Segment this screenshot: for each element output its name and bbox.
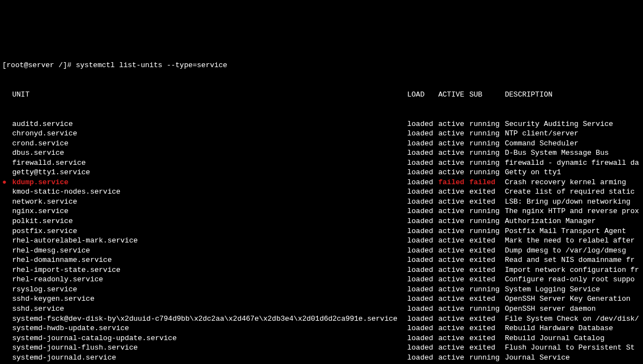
service-sub: running [469,285,505,295]
service-active: active [438,343,469,353]
service-load: loaded [407,323,438,333]
service-description: Import network configuration fr [505,265,641,275]
service-description: Dump dmesg to /var/log/dmesg [505,246,641,256]
bullet-spacer [2,158,8,168]
service-sub: running [469,304,505,314]
bullet-spacer [2,255,8,265]
service-unit: rsyslog.service [8,285,407,295]
command-line: [root@server /]# systemctl list-units --… [2,60,641,70]
service-description: Flush Journal to Persistent St [505,343,641,353]
service-sub: exited [469,294,505,304]
service-load: loaded [407,168,438,178]
service-unit: sshd-keygen.service [8,294,407,304]
service-list: auditd.serviceloadedactiverunningSecurit… [2,119,641,364]
failed-bullet-icon: ● [2,178,8,188]
service-active: active [438,236,469,246]
service-load: loaded [407,187,438,197]
header-load: LOAD [407,90,438,100]
service-unit: rhel-readonly.service [8,275,407,285]
bullet-spacer [2,168,8,178]
bullet-spacer [2,314,8,324]
service-description: Authorization Manager [505,216,641,226]
service-description: The nginx HTTP and reverse prox [505,206,641,216]
service-row: sshd-keygen.serviceloadedactiveexitedOpe… [2,294,641,304]
service-active: active [438,119,469,129]
service-unit: systemd-fsck@dev-disk-by\x2duuid-c794d9b… [8,314,407,324]
service-sub: running [469,119,505,129]
service-active: active [438,206,469,216]
service-load: loaded [407,246,438,256]
service-unit: dbus.service [8,148,407,158]
service-active: active [438,197,469,207]
terminal-output: [root@server /]# systemctl list-units --… [2,41,641,364]
service-description: firewalld - dynamic firewall da [505,158,641,168]
service-description: Crash recovery kernel arming [505,178,641,188]
service-unit: chronyd.service [8,129,407,139]
service-load: loaded [407,206,438,216]
service-unit: rhel-dmesg.service [8,246,407,256]
service-row: network.serviceloadedactiveexitedLSB: Br… [2,197,641,207]
service-row: auditd.serviceloadedactiverunningSecurit… [2,119,641,129]
service-load: loaded [407,178,438,188]
service-active: active [438,304,469,314]
service-unit: nginx.service [8,206,407,216]
bullet-spacer [2,323,8,333]
service-description: Command Scheduler [505,139,641,149]
service-description: OpenSSH Server Key Generation [505,294,641,304]
service-unit: sshd.service [8,304,407,314]
bullet-spacer [2,129,8,139]
bullet-spacer [2,206,8,216]
service-sub: running [469,226,505,236]
service-row: systemd-journal-flush.serviceloadedactiv… [2,343,641,353]
service-sub: failed [469,178,505,188]
service-description: OpenSSH server daemon [505,304,641,314]
service-row: systemd-fsck@dev-disk-by\x2duuid-c794d9b… [2,314,641,324]
service-load: loaded [407,255,438,265]
service-row: rhel-readonly.serviceloadedactiveexitedC… [2,275,641,285]
service-load: loaded [407,129,438,139]
service-load: loaded [407,236,438,246]
service-row: getty@tty1.serviceloadedactiverunningGet… [2,168,641,178]
table-header: UNIT LOAD ACTIVE SUB DESCRIPTION [2,90,641,100]
service-description: LSB: Bring up/down networking [505,197,641,207]
service-row: nginx.serviceloadedactiverunningThe ngin… [2,206,641,216]
service-load: loaded [407,343,438,353]
service-active: active [438,148,469,158]
service-active: active [438,294,469,304]
service-sub: running [469,168,505,178]
service-load: loaded [407,197,438,207]
service-unit: kdump.service [8,178,407,188]
service-unit: systemd-journald.service [8,353,407,363]
bullet-spacer [2,265,8,275]
service-unit: rhel-domainname.service [8,255,407,265]
service-active: active [438,139,469,149]
service-sub: exited [469,246,505,256]
service-unit: polkit.service [8,216,407,226]
service-active: active [438,226,469,236]
service-description: Rebuild Hardware Database [505,323,641,333]
service-unit: rhel-import-state.service [8,265,407,275]
service-description: Read and set NIS domainname fr [505,255,641,265]
service-unit: crond.service [8,139,407,149]
service-load: loaded [407,148,438,158]
service-sub: exited [469,343,505,353]
bullet-spacer [2,285,8,295]
service-description: Create list of required static [505,187,641,197]
service-unit: auditd.service [8,119,407,129]
service-row: kmod-static-nodes.serviceloadedactiveexi… [2,187,641,197]
service-active: failed [438,178,469,188]
bullet-spacer [2,148,8,158]
service-unit: systemd-journal-flush.service [8,343,407,353]
service-active: active [438,255,469,265]
service-load: loaded [407,158,438,168]
header-description: DESCRIPTION [505,90,641,100]
service-sub: exited [469,187,505,197]
bullet-spacer [2,226,8,236]
service-sub: exited [469,314,505,324]
service-description: D-Bus System Message Bus [505,148,641,158]
service-active: active [438,314,469,324]
bullet-spacer [2,246,8,256]
service-row: chronyd.serviceloadedactiverunningNTP cl… [2,129,641,139]
service-load: loaded [407,265,438,275]
service-row: rhel-domainname.serviceloadedactiveexite… [2,255,641,265]
